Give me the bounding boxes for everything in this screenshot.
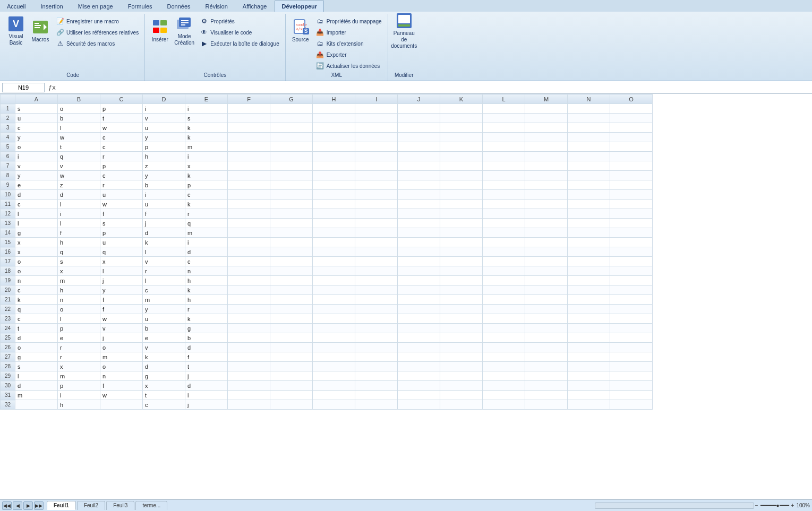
zoom-in-button[interactable]: + xyxy=(791,503,794,508)
cell-A30[interactable]: d xyxy=(15,381,58,391)
cell-K13[interactable] xyxy=(440,219,483,228)
cell-F1[interactable] xyxy=(228,104,270,114)
cell-F30[interactable] xyxy=(228,381,270,391)
cell-J8[interactable] xyxy=(398,171,440,180)
cell-F11[interactable] xyxy=(228,200,270,209)
cell-H14[interactable] xyxy=(313,228,355,238)
cell-B24[interactable]: p xyxy=(58,324,100,333)
mode-creation-button[interactable]: ModeCréation xyxy=(173,15,196,47)
zoom-slider[interactable]: ━━━━━●━━━ xyxy=(760,503,789,508)
cell-I23[interactable] xyxy=(355,314,398,324)
cell-D12[interactable]: f xyxy=(143,209,185,219)
cell-L8[interactable] xyxy=(483,171,525,180)
cell-K9[interactable] xyxy=(440,180,483,190)
cell-N26[interactable] xyxy=(568,343,610,352)
cell-L6[interactable] xyxy=(483,152,525,161)
cell-O2[interactable] xyxy=(610,114,653,123)
cell-C1[interactable]: p xyxy=(100,104,143,114)
cell-D26[interactable]: v xyxy=(143,343,185,352)
cell-L19[interactable] xyxy=(483,276,525,285)
cell-A11[interactable]: c xyxy=(15,200,58,209)
cell-I9[interactable] xyxy=(355,180,398,190)
cell-J9[interactable] xyxy=(398,180,440,190)
cell-E20[interactable]: k xyxy=(185,285,228,295)
cell-H10[interactable] xyxy=(313,190,355,200)
visualiser-code-button[interactable]: 👁 Visualiser le code xyxy=(197,27,282,38)
cell-N20[interactable] xyxy=(568,285,610,295)
sheet-nav-prev[interactable]: ◀ xyxy=(13,501,22,510)
cell-F8[interactable] xyxy=(228,171,270,180)
cell-F15[interactable] xyxy=(228,238,270,247)
cell-H11[interactable] xyxy=(313,200,355,209)
cell-J1[interactable] xyxy=(398,104,440,114)
cell-H28[interactable] xyxy=(313,362,355,371)
cell-I14[interactable] xyxy=(355,228,398,238)
cell-O12[interactable] xyxy=(610,209,653,219)
cell-M13[interactable] xyxy=(525,219,568,228)
cell-E18[interactable]: n xyxy=(185,266,228,276)
cell-O14[interactable] xyxy=(610,228,653,238)
cell-C12[interactable]: f xyxy=(100,209,143,219)
cell-E25[interactable]: b xyxy=(185,333,228,343)
cell-E16[interactable]: d xyxy=(185,247,228,257)
cell-E9[interactable]: p xyxy=(185,180,228,190)
cell-H8[interactable] xyxy=(313,171,355,180)
cell-O13[interactable] xyxy=(610,219,653,228)
cell-B2[interactable]: b xyxy=(58,114,100,123)
cell-H17[interactable] xyxy=(313,257,355,266)
cell-D16[interactable]: l xyxy=(143,247,185,257)
cell-L4[interactable] xyxy=(483,133,525,142)
cell-A26[interactable]: o xyxy=(15,343,58,352)
cell-D6[interactable]: h xyxy=(143,152,185,161)
cell-M7[interactable] xyxy=(525,161,568,171)
cell-K31[interactable] xyxy=(440,391,483,400)
cell-O22[interactable] xyxy=(610,305,653,314)
cell-J19[interactable] xyxy=(398,276,440,285)
cell-G13[interactable] xyxy=(270,219,313,228)
cell-I1[interactable] xyxy=(355,104,398,114)
cell-E22[interactable]: r xyxy=(185,305,228,314)
cell-J20[interactable] xyxy=(398,285,440,295)
cell-E8[interactable]: k xyxy=(185,171,228,180)
cell-B11[interactable]: l xyxy=(58,200,100,209)
cell-I10[interactable] xyxy=(355,190,398,200)
cell-O11[interactable] xyxy=(610,200,653,209)
cell-K29[interactable] xyxy=(440,371,483,381)
executer-boite-button[interactable]: ▶ Exécuter la boîte de dialogue xyxy=(197,38,282,49)
cell-E28[interactable]: t xyxy=(185,362,228,371)
cell-O28[interactable] xyxy=(610,362,653,371)
cell-D11[interactable]: u xyxy=(143,200,185,209)
cell-J24[interactable] xyxy=(398,324,440,333)
cell-I16[interactable] xyxy=(355,247,398,257)
cell-E14[interactable]: m xyxy=(185,228,228,238)
cell-O27[interactable] xyxy=(610,352,653,362)
ribbon-tab-révision[interactable]: Révision xyxy=(199,1,235,12)
zoom-out-button[interactable]: − xyxy=(755,503,758,508)
cell-J21[interactable] xyxy=(398,295,440,305)
cell-N3[interactable] xyxy=(568,123,610,133)
cell-L14[interactable] xyxy=(483,228,525,238)
cell-K8[interactable] xyxy=(440,171,483,180)
cell-L27[interactable] xyxy=(483,352,525,362)
cell-K24[interactable] xyxy=(440,324,483,333)
cell-A4[interactable]: y xyxy=(15,133,58,142)
cell-J10[interactable] xyxy=(398,190,440,200)
cell-E23[interactable]: k xyxy=(185,314,228,324)
cell-O4[interactable] xyxy=(610,133,653,142)
cell-H22[interactable] xyxy=(313,305,355,314)
cell-E24[interactable]: g xyxy=(185,324,228,333)
cell-M27[interactable] xyxy=(525,352,568,362)
cell-N4[interactable] xyxy=(568,133,610,142)
cell-C9[interactable]: r xyxy=(100,180,143,190)
cell-O6[interactable] xyxy=(610,152,653,161)
cell-B6[interactable]: q xyxy=(58,152,100,161)
cell-J28[interactable] xyxy=(398,362,440,371)
cell-G3[interactable] xyxy=(270,123,313,133)
cell-B4[interactable]: w xyxy=(58,133,100,142)
cell-N13[interactable] xyxy=(568,219,610,228)
cell-M8[interactable] xyxy=(525,171,568,180)
cell-F10[interactable] xyxy=(228,190,270,200)
cell-F16[interactable] xyxy=(228,247,270,257)
ribbon-tab-insertion[interactable]: Insertion xyxy=(33,1,70,12)
cell-M12[interactable] xyxy=(525,209,568,219)
